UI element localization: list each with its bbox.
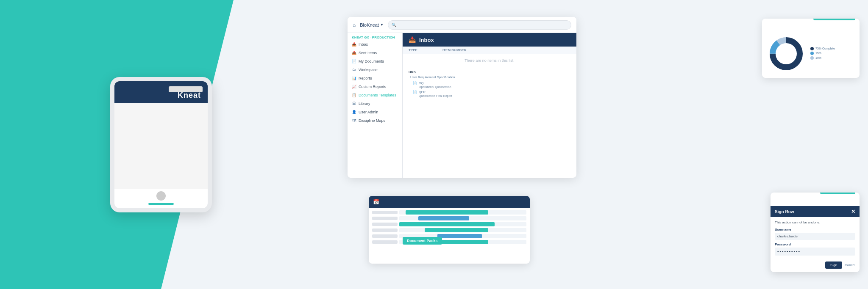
content-area: 📥 Inbox Type Item Number There are no it… — [403, 33, 576, 178]
sign-button[interactable]: Sign — [825, 261, 842, 269]
gantt-bar-5 — [437, 234, 482, 238]
tablet-logo: Kneat — [178, 91, 201, 100]
sidebar-item-sent[interactable]: 📤 Sent Items — [348, 49, 402, 57]
doc-icon-qfr: 📄 — [413, 90, 417, 94]
legend-dot-2 — [810, 52, 814, 55]
biokneat-nav-button[interactable]: BioKneat ▼ — [360, 22, 384, 28]
doc-sub-oq: 📄 OQ — [409, 81, 570, 85]
col-item-number-header: Item Number — [442, 48, 570, 52]
urs-label: URS — [409, 70, 416, 74]
dropdown-icon: ▼ — [380, 23, 384, 27]
gantt-label-6 — [372, 240, 398, 244]
search-bar[interactable]: 🔍 — [388, 20, 571, 30]
home-icon: ⌂ — [353, 22, 356, 28]
doc-packs-badge: Document Packs — [403, 237, 442, 245]
tablet-body — [114, 103, 208, 189]
gantt-bar-container-3 — [399, 222, 526, 226]
sidebar-item-workspace[interactable]: 🗂 Workspace — [348, 66, 402, 74]
custom-reports-icon: 📈 — [352, 85, 356, 89]
inbox-header: 📥 Inbox — [403, 33, 576, 47]
sidebar-item-doc-templates[interactable]: 📋 Documents Templates — [348, 91, 402, 99]
sign-row-title: Sign Row — [775, 209, 794, 214]
doc-category-urs: URS — [409, 70, 570, 74]
gantt-row-4 — [372, 228, 526, 232]
sidebar-label-reports: Reports — [359, 76, 372, 80]
doc-qfr-abbr: QFR — [419, 90, 426, 94]
sidebar-item-reports[interactable]: 📊 Reports — [348, 74, 402, 83]
sidebar-item-user-admin[interactable]: 👤 User Admin — [348, 108, 402, 116]
inbox-icon: 📥 — [352, 42, 356, 47]
qfr-label: Qualification Final Report — [409, 94, 570, 97]
gantt-label-2 — [372, 217, 398, 220]
biokneat-label: BioKneat — [360, 22, 379, 28]
gantt-row-1 — [372, 210, 526, 215]
legend-item-3: 10% — [810, 56, 835, 60]
sign-modal-body: This action cannot be undone. Username c… — [771, 217, 860, 261]
sidebar-label-sent: Sent Items — [359, 51, 377, 55]
legend-item-2: 15% — [810, 52, 835, 55]
gantt-label-4 — [372, 228, 398, 232]
doc-icon-oq: 📄 — [413, 81, 417, 85]
sign-modal-warning: This action cannot be undone. — [775, 220, 855, 224]
chart-legend: 75% Complete 15% 10% — [810, 47, 835, 61]
sidebar: Kneat Gx - Production 📥 Inbox 📤 Sent Ite… — [348, 33, 403, 178]
sidebar-label-workspace: Workspace — [359, 68, 378, 72]
gantt-icon: 📅 — [373, 199, 379, 205]
sign-modal-close-button[interactable]: ✕ — [851, 209, 855, 215]
col-type-header: Type — [409, 48, 442, 52]
username-field-value: charles.baxter — [775, 233, 855, 240]
gantt-bar-2 — [418, 216, 469, 220]
gantt-row-2 — [372, 216, 526, 220]
sidebar-item-my-docs[interactable]: 📄 My Documents — [348, 57, 402, 66]
donut-chart — [767, 35, 805, 73]
gantt-bar-container-2 — [399, 216, 526, 220]
gantt-label-5 — [372, 234, 398, 238]
doc-sub-qfr: 📄 QFR — [409, 90, 570, 94]
doc-list: URS User Requirement Specification 📄 OQ … — [403, 67, 576, 101]
gantt-bar-container-1 — [399, 210, 526, 215]
sidebar-section-label: Kneat Gx - Production — [348, 33, 402, 40]
sidebar-label-doc-templates: Documents Templates — [359, 93, 396, 97]
user-admin-icon: 👤 — [352, 110, 356, 114]
password-field-label: Password — [775, 242, 855, 246]
left-section: Kneat — [0, 0, 322, 289]
cancel-button[interactable]: Cancel — [845, 261, 855, 269]
inbox-table-header: Type Item Number — [403, 47, 576, 54]
sign-modal-header: Sign Row ✕ — [771, 206, 860, 217]
legend-dot-3 — [810, 56, 814, 60]
svg-point-4 — [777, 44, 796, 63]
gantt-label-1 — [372, 211, 398, 214]
tablet-home-button[interactable] — [156, 191, 166, 201]
gantt-label-3 — [372, 223, 398, 226]
doc-oq-abbr: OQ — [419, 81, 424, 85]
workspace-icon: 🗂 — [352, 68, 356, 72]
sidebar-label-discipline: Discipline Maps — [359, 118, 385, 123]
sidebar-item-library[interactable]: 🏛 Library — [348, 99, 402, 108]
sidebar-item-custom-reports[interactable]: 📈 Custom Reports — [348, 83, 402, 91]
sidebar-label-my-docs: My Documents — [359, 59, 384, 63]
sign-modal-actions: Sign Cancel — [771, 261, 860, 272]
gantt-row-6 — [372, 240, 526, 244]
username-field-label: Username — [775, 228, 855, 231]
app-main: Kneat Gx - Production 📥 Inbox 📤 Sent Ite… — [348, 33, 576, 178]
library-icon: 🏛 — [352, 102, 356, 106]
oq-label: Operational Qualification — [409, 85, 570, 88]
validation-widget: Validation Reports 75% Complete — [762, 19, 860, 78]
right-section: ⌂ BioKneat ▼ 🔍 Kneat Gx - Production 📥 I… — [322, 0, 868, 289]
gantt-bar-1 — [406, 210, 488, 215]
sidebar-item-inbox[interactable]: 📥 Inbox — [348, 40, 402, 49]
sign-modal: Test Execution Sign Row ✕ This action ca… — [771, 193, 860, 272]
validation-body: 75% Complete 15% 10% — [762, 26, 860, 78]
sidebar-label-library: Library — [359, 102, 370, 106]
sidebar-item-discipline[interactable]: 🗺 Discipline Maps — [348, 116, 402, 125]
search-icon: 🔍 — [392, 23, 396, 27]
app-window: ⌂ BioKneat ▼ 🔍 Kneat Gx - Production 📥 I… — [348, 17, 576, 178]
tablet-container: Kneat — [110, 77, 212, 212]
legend-item-1: 75% Complete — [810, 47, 835, 50]
validation-reports-tag: Validation Reports — [813, 19, 855, 20]
sidebar-label-inbox: Inbox — [359, 42, 368, 47]
legend-label-3: 10% — [815, 56, 821, 59]
legend-label-1: 75% Complete — [815, 47, 835, 50]
gantt-bar-container-4 — [399, 228, 526, 232]
inbox-title: Inbox — [419, 37, 434, 43]
